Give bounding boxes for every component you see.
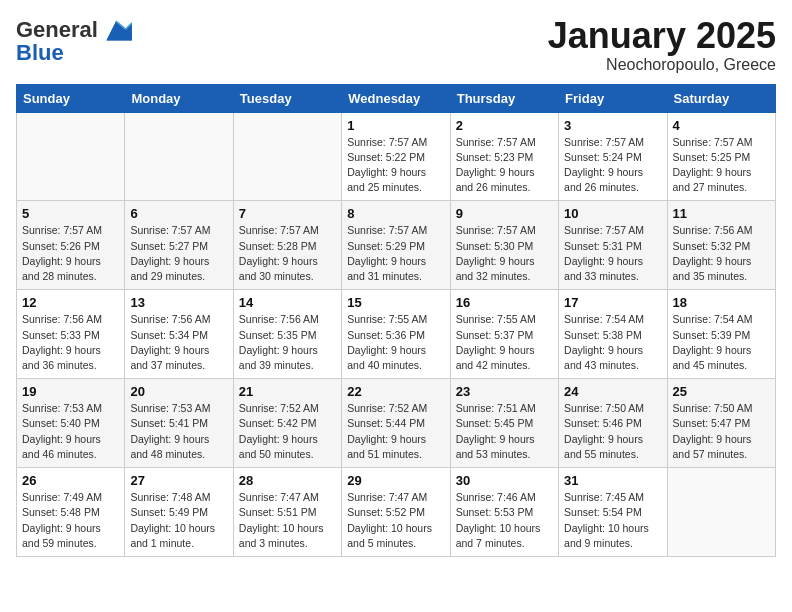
weekday-header-tuesday: Tuesday [233,84,341,112]
day-info: Sunrise: 7:57 AM Sunset: 5:28 PM Dayligh… [239,223,336,284]
day-number: 12 [22,295,119,310]
page-header: General Blue January 2025 Neochoropoulo,… [16,16,776,74]
day-cell [17,112,125,201]
logo: General Blue [16,16,132,66]
day-number: 18 [673,295,770,310]
day-number: 9 [456,206,553,221]
day-cell: 24Sunrise: 7:50 AM Sunset: 5:46 PM Dayli… [559,379,667,468]
day-info: Sunrise: 7:57 AM Sunset: 5:24 PM Dayligh… [564,135,661,196]
day-info: Sunrise: 7:54 AM Sunset: 5:39 PM Dayligh… [673,312,770,373]
day-number: 22 [347,384,444,399]
day-info: Sunrise: 7:47 AM Sunset: 5:52 PM Dayligh… [347,490,444,551]
day-cell: 30Sunrise: 7:46 AM Sunset: 5:53 PM Dayli… [450,468,558,557]
day-number: 26 [22,473,119,488]
day-number: 3 [564,118,661,133]
day-number: 8 [347,206,444,221]
day-number: 15 [347,295,444,310]
day-number: 1 [347,118,444,133]
day-info: Sunrise: 7:55 AM Sunset: 5:36 PM Dayligh… [347,312,444,373]
weekday-header-wednesday: Wednesday [342,84,450,112]
week-row-3: 12Sunrise: 7:56 AM Sunset: 5:33 PM Dayli… [17,290,776,379]
weekday-header-thursday: Thursday [450,84,558,112]
day-number: 24 [564,384,661,399]
day-number: 13 [130,295,227,310]
title-block: January 2025 Neochoropoulo, Greece [548,16,776,74]
day-cell: 9Sunrise: 7:57 AM Sunset: 5:30 PM Daylig… [450,201,558,290]
day-number: 4 [673,118,770,133]
day-cell: 18Sunrise: 7:54 AM Sunset: 5:39 PM Dayli… [667,290,775,379]
day-cell: 8Sunrise: 7:57 AM Sunset: 5:29 PM Daylig… [342,201,450,290]
weekday-header-sunday: Sunday [17,84,125,112]
day-cell: 19Sunrise: 7:53 AM Sunset: 5:40 PM Dayli… [17,379,125,468]
day-cell: 22Sunrise: 7:52 AM Sunset: 5:44 PM Dayli… [342,379,450,468]
day-info: Sunrise: 7:57 AM Sunset: 5:31 PM Dayligh… [564,223,661,284]
day-cell: 13Sunrise: 7:56 AM Sunset: 5:34 PM Dayli… [125,290,233,379]
day-info: Sunrise: 7:56 AM Sunset: 5:35 PM Dayligh… [239,312,336,373]
day-number: 30 [456,473,553,488]
day-number: 23 [456,384,553,399]
week-row-2: 5Sunrise: 7:57 AM Sunset: 5:26 PM Daylig… [17,201,776,290]
week-row-4: 19Sunrise: 7:53 AM Sunset: 5:40 PM Dayli… [17,379,776,468]
day-number: 25 [673,384,770,399]
calendar-table: SundayMondayTuesdayWednesdayThursdayFrid… [16,84,776,557]
day-info: Sunrise: 7:57 AM Sunset: 5:26 PM Dayligh… [22,223,119,284]
day-number: 2 [456,118,553,133]
day-info: Sunrise: 7:52 AM Sunset: 5:42 PM Dayligh… [239,401,336,462]
day-cell: 28Sunrise: 7:47 AM Sunset: 5:51 PM Dayli… [233,468,341,557]
weekday-header-monday: Monday [125,84,233,112]
weekday-header-friday: Friday [559,84,667,112]
day-info: Sunrise: 7:51 AM Sunset: 5:45 PM Dayligh… [456,401,553,462]
day-info: Sunrise: 7:57 AM Sunset: 5:29 PM Dayligh… [347,223,444,284]
day-number: 7 [239,206,336,221]
week-row-1: 1Sunrise: 7:57 AM Sunset: 5:22 PM Daylig… [17,112,776,201]
day-cell: 23Sunrise: 7:51 AM Sunset: 5:45 PM Dayli… [450,379,558,468]
day-cell: 10Sunrise: 7:57 AM Sunset: 5:31 PM Dayli… [559,201,667,290]
day-cell [667,468,775,557]
day-cell: 25Sunrise: 7:50 AM Sunset: 5:47 PM Dayli… [667,379,775,468]
day-cell: 15Sunrise: 7:55 AM Sunset: 5:36 PM Dayli… [342,290,450,379]
day-number: 5 [22,206,119,221]
week-row-5: 26Sunrise: 7:49 AM Sunset: 5:48 PM Dayli… [17,468,776,557]
day-info: Sunrise: 7:57 AM Sunset: 5:27 PM Dayligh… [130,223,227,284]
day-number: 28 [239,473,336,488]
day-number: 27 [130,473,227,488]
day-info: Sunrise: 7:45 AM Sunset: 5:54 PM Dayligh… [564,490,661,551]
day-cell: 4Sunrise: 7:57 AM Sunset: 5:25 PM Daylig… [667,112,775,201]
day-info: Sunrise: 7:50 AM Sunset: 5:47 PM Dayligh… [673,401,770,462]
day-number: 16 [456,295,553,310]
day-info: Sunrise: 7:53 AM Sunset: 5:41 PM Dayligh… [130,401,227,462]
day-info: Sunrise: 7:52 AM Sunset: 5:44 PM Dayligh… [347,401,444,462]
day-cell [233,112,341,201]
day-cell: 20Sunrise: 7:53 AM Sunset: 5:41 PM Dayli… [125,379,233,468]
weekday-header-saturday: Saturday [667,84,775,112]
day-info: Sunrise: 7:57 AM Sunset: 5:25 PM Dayligh… [673,135,770,196]
day-info: Sunrise: 7:56 AM Sunset: 5:33 PM Dayligh… [22,312,119,373]
day-number: 31 [564,473,661,488]
day-cell: 12Sunrise: 7:56 AM Sunset: 5:33 PM Dayli… [17,290,125,379]
day-cell: 29Sunrise: 7:47 AM Sunset: 5:52 PM Dayli… [342,468,450,557]
day-info: Sunrise: 7:48 AM Sunset: 5:49 PM Dayligh… [130,490,227,551]
day-cell: 7Sunrise: 7:57 AM Sunset: 5:28 PM Daylig… [233,201,341,290]
day-info: Sunrise: 7:53 AM Sunset: 5:40 PM Dayligh… [22,401,119,462]
day-cell: 2Sunrise: 7:57 AM Sunset: 5:23 PM Daylig… [450,112,558,201]
day-number: 17 [564,295,661,310]
day-info: Sunrise: 7:55 AM Sunset: 5:37 PM Dayligh… [456,312,553,373]
day-info: Sunrise: 7:56 AM Sunset: 5:34 PM Dayligh… [130,312,227,373]
day-cell: 16Sunrise: 7:55 AM Sunset: 5:37 PM Dayli… [450,290,558,379]
day-cell: 21Sunrise: 7:52 AM Sunset: 5:42 PM Dayli… [233,379,341,468]
day-info: Sunrise: 7:47 AM Sunset: 5:51 PM Dayligh… [239,490,336,551]
day-cell: 14Sunrise: 7:56 AM Sunset: 5:35 PM Dayli… [233,290,341,379]
day-info: Sunrise: 7:54 AM Sunset: 5:38 PM Dayligh… [564,312,661,373]
month-title: January 2025 [548,16,776,56]
logo-icon [100,16,132,44]
day-info: Sunrise: 7:56 AM Sunset: 5:32 PM Dayligh… [673,223,770,284]
day-number: 20 [130,384,227,399]
logo-blue-text: Blue [16,40,64,66]
day-cell: 1Sunrise: 7:57 AM Sunset: 5:22 PM Daylig… [342,112,450,201]
day-cell: 11Sunrise: 7:56 AM Sunset: 5:32 PM Dayli… [667,201,775,290]
day-info: Sunrise: 7:46 AM Sunset: 5:53 PM Dayligh… [456,490,553,551]
day-number: 29 [347,473,444,488]
day-number: 21 [239,384,336,399]
day-cell: 5Sunrise: 7:57 AM Sunset: 5:26 PM Daylig… [17,201,125,290]
day-cell: 27Sunrise: 7:48 AM Sunset: 5:49 PM Dayli… [125,468,233,557]
